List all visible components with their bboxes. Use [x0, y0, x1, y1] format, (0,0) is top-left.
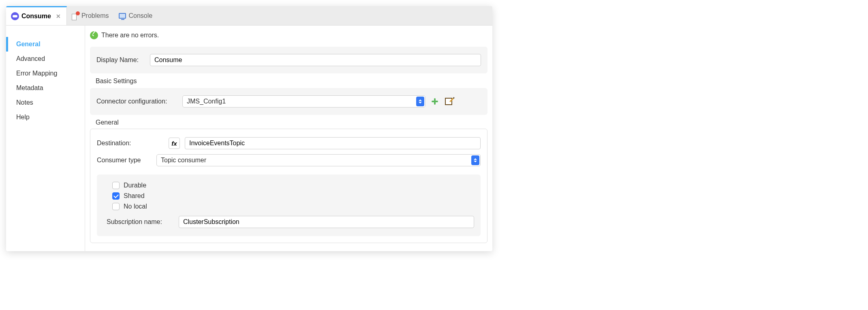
tab-consume[interactable]: Consume ✕ [6, 6, 67, 25]
add-config-button[interactable] [430, 97, 439, 106]
general-fieldset: Destination: fx Consumer type Topic cons… [90, 129, 487, 243]
consume-icon [11, 12, 19, 20]
tab-problems-label: Problems [81, 12, 109, 19]
display-name-panel: Display Name: [90, 47, 487, 73]
sidebar-item-label: Error Mapping [16, 70, 57, 77]
app-window: Consume ✕ Problems Console General Advan… [6, 6, 492, 251]
ok-check-icon [90, 31, 98, 39]
destination-label: Destination: [97, 140, 164, 147]
sidebar-item-metadata[interactable]: Metadata [6, 81, 85, 95]
shared-row: Shared [103, 191, 474, 201]
console-icon [119, 13, 126, 19]
pencil-edit-icon [445, 98, 452, 105]
sidebar: General Advanced Error Mapping Metadata … [6, 26, 85, 251]
sidebar-item-label: General [16, 41, 41, 47]
display-name-input[interactable] [150, 54, 481, 66]
topic-options-panel: Durable Shared No local Subscription nam… [97, 174, 481, 236]
nolocal-checkbox[interactable] [112, 203, 120, 210]
basic-settings-title: Basic Settings [96, 78, 492, 85]
basic-settings-panel: Connector configuration: JMS_Config1 [90, 88, 487, 115]
close-icon[interactable]: ✕ [55, 13, 62, 19]
consumer-type-label: Consumer type [97, 157, 152, 164]
sidebar-item-label: Help [16, 114, 30, 121]
sidebar-item-label: Advanced [16, 55, 45, 62]
sidebar-item-advanced[interactable]: Advanced [6, 52, 85, 66]
nolocal-label: No local [124, 203, 147, 210]
durable-checkbox[interactable] [112, 182, 120, 189]
sidebar-item-notes[interactable]: Notes [6, 95, 85, 110]
edit-config-button[interactable] [444, 97, 453, 106]
tab-bar: Consume ✕ Problems Console [6, 6, 492, 26]
status-message: There are no errors. [101, 32, 159, 39]
shared-label: Shared [124, 192, 145, 200]
general-section-title: General [96, 119, 492, 126]
destination-input[interactable] [185, 137, 481, 149]
main: General Advanced Error Mapping Metadata … [6, 26, 492, 251]
chevron-updown-icon [471, 155, 479, 165]
connector-config-label: Connector configuration: [96, 98, 177, 105]
expression-button[interactable]: fx [169, 138, 180, 149]
sidebar-item-help[interactable]: Help [6, 110, 85, 125]
subscription-name-input[interactable] [179, 216, 474, 228]
subscription-name-label: Subscription name: [105, 218, 174, 226]
status-bar: There are no errors. [85, 26, 492, 43]
problems-icon [72, 12, 79, 19]
display-name-label: Display Name: [96, 56, 145, 64]
chevron-updown-icon [416, 97, 424, 106]
consumer-type-select[interactable]: Topic consumer [156, 154, 481, 166]
connector-config-select[interactable]: JMS_Config1 [182, 95, 425, 108]
shared-checkbox[interactable] [112, 192, 120, 200]
consumer-type-value: Topic consumer [161, 157, 206, 164]
tab-consume-label: Consume [21, 13, 51, 20]
sidebar-item-label: Notes [16, 99, 33, 106]
sidebar-item-general[interactable]: General [6, 37, 85, 52]
sidebar-item-label: Metadata [16, 84, 43, 91]
nolocal-row: No local [103, 201, 474, 212]
connector-config-value: JMS_Config1 [187, 98, 226, 105]
content: There are no errors. Display Name: Basic… [85, 26, 492, 251]
durable-label: Durable [124, 182, 146, 189]
tab-console-label: Console [128, 12, 152, 19]
tab-console[interactable]: Console [114, 6, 158, 25]
plus-icon [431, 98, 438, 105]
durable-row: Durable [103, 180, 474, 191]
sidebar-item-error-mapping[interactable]: Error Mapping [6, 66, 85, 81]
tab-problems[interactable]: Problems [67, 6, 114, 25]
